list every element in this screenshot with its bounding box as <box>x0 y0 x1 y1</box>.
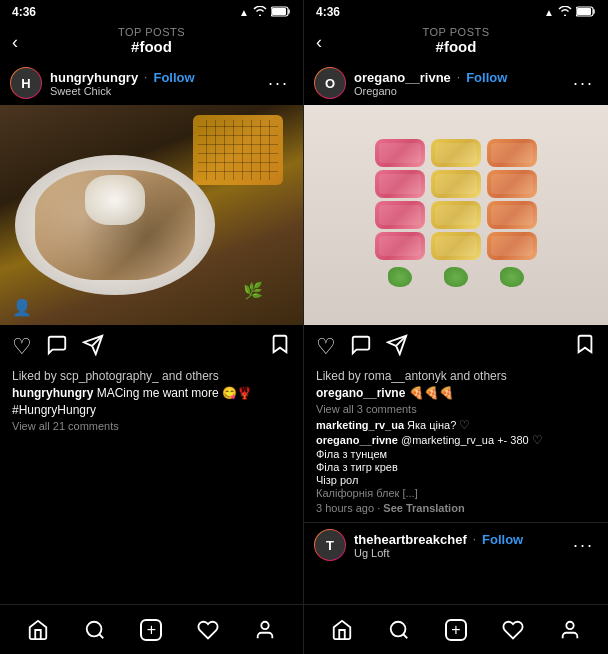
more-button-2[interactable]: ··· <box>569 73 598 94</box>
caption-area-2: Liked by roma__antonyk and others oregan… <box>304 369 608 520</box>
sushi-piece-7 <box>431 201 481 229</box>
dot-1: · <box>144 70 147 84</box>
post-location-second: Ug Loft <box>354 547 561 559</box>
plate-decoration <box>15 155 215 295</box>
sushi-piece-5 <box>431 139 481 167</box>
add-icon-1[interactable] <box>133 612 169 648</box>
avatar-2[interactable]: O <box>314 67 346 99</box>
status-time-2: 4:36 <box>316 5 340 19</box>
wifi-icon-1 <box>253 6 267 18</box>
comment-more-2: Каліфорнія блек [...] <box>316 487 596 499</box>
profile-icon-2[interactable] <box>552 612 588 648</box>
liked-by-text-1: Liked by scp_photography_ and others <box>12 369 219 383</box>
sushi-piece-8 <box>431 232 481 260</box>
back-button-1[interactable]: ‹ <box>12 31 18 52</box>
more-button-1[interactable]: ··· <box>264 73 293 94</box>
like-icon-1[interactable]: ♡ <box>12 336 32 358</box>
comment-1: marketing_rv_ua Яка ціна? ♡ <box>316 418 596 432</box>
post-username-1[interactable]: hungryhungry <box>50 70 138 85</box>
bottom-nav-1 <box>0 604 303 654</box>
second-post-header: T theheartbreakchef · Follow Ug Loft ··· <box>304 522 608 567</box>
status-icons-1: ▲ <box>239 6 291 19</box>
top-posts-label-1: TOP POSTS <box>118 26 185 38</box>
time-text-2: 3 hours ago <box>316 502 374 514</box>
dot-second: · <box>473 532 476 546</box>
garnish-decoration: 🌿 <box>243 281 263 300</box>
signal-icon-2: ▲ <box>544 7 554 18</box>
signal-icon-1: ▲ <box>239 7 249 18</box>
status-time-1: 4:36 <box>12 5 36 19</box>
svg-point-6 <box>261 621 268 628</box>
sushi-row-3 <box>487 139 537 291</box>
svg-line-5 <box>99 634 103 638</box>
comment-text-1: Яка ціна? <box>407 419 456 431</box>
back-button-2[interactable]: ‹ <box>316 31 322 52</box>
heart-nav-icon-2[interactable] <box>495 612 531 648</box>
caption-1: hungryhungry MACing me want more 😋🦞 <box>12 386 291 400</box>
follow-button-1[interactable]: Follow <box>153 70 194 85</box>
top-bar-2: ‹ TOP POSTS #food <box>304 22 608 61</box>
liked-by-1: Liked by scp_photography_ and others <box>12 369 291 383</box>
sushi-row-1 <box>375 139 425 291</box>
search-icon-2[interactable] <box>381 612 417 648</box>
caption-2: oregano__rivne 🍕🍕🍕 <box>316 386 596 400</box>
follow-button-2[interactable]: Follow <box>466 70 507 85</box>
time-translate-2: 3 hours ago · See Translation <box>316 502 596 514</box>
sushi-piece-11 <box>487 201 537 229</box>
comment-4: Філа з тигр крев <box>316 461 596 473</box>
post-header-2: O oregano__rivne · Follow Oregano ··· <box>304 61 608 105</box>
caption-username-2[interactable]: oregano__rivne <box>316 386 405 400</box>
waffle-decoration <box>193 115 283 185</box>
post-username-2[interactable]: oregano__rivne <box>354 70 451 85</box>
bottom-nav-2 <box>304 604 608 654</box>
wasabi-1 <box>388 267 412 287</box>
svg-point-4 <box>87 621 102 636</box>
caption-hashtag-1: #HungryHungry <box>12 403 96 417</box>
bookmark-icon-1[interactable] <box>269 333 291 361</box>
more-button-second[interactable]: ··· <box>569 535 598 556</box>
home-icon-2[interactable] <box>324 612 360 648</box>
follow-button-second[interactable]: Follow <box>482 532 523 547</box>
post-username-second[interactable]: theheartbreakchef <box>354 532 467 547</box>
bookmark-icon-2[interactable] <box>574 333 596 361</box>
user-info-second: theheartbreakchef · Follow Ug Loft <box>354 532 561 559</box>
action-bar-1: ♡ <box>0 325 303 369</box>
post-location-1: Sweet Chick <box>50 85 256 97</box>
search-icon-1[interactable] <box>77 612 113 648</box>
home-icon-1[interactable] <box>20 612 56 648</box>
status-bar-1: 4:36 ▲ <box>0 0 303 22</box>
caption-username-1[interactable]: hungryhungry <box>12 386 93 400</box>
add-icon-2[interactable] <box>438 612 474 648</box>
like-icon-2[interactable]: ♡ <box>316 336 336 358</box>
share-icon-2[interactable] <box>386 334 408 360</box>
post-image-1: 🌿 👤 <box>0 105 303 325</box>
comment-icon-1[interactable] <box>46 334 68 360</box>
post-image-2 <box>304 105 608 325</box>
username-row-second: theheartbreakchef · Follow <box>354 532 561 547</box>
caption-area-1: Liked by scp_photography_ and others hun… <box>0 369 303 441</box>
view-comments-2[interactable]: View all 3 comments <box>316 403 596 415</box>
avatar-image-1: H <box>11 68 41 98</box>
heart-nav-icon-1[interactable] <box>190 612 226 648</box>
top-bar-1: ‹ TOP POSTS #food <box>0 22 303 61</box>
location-overlay-1: 👤 <box>12 298 32 317</box>
svg-point-13 <box>566 621 573 628</box>
comment-heart-1[interactable]: ♡ <box>459 418 470 432</box>
caption-content-1: MACing me want more 😋🦞 <box>97 386 252 400</box>
dumplings-decoration <box>35 170 195 280</box>
comment-heart-2[interactable]: ♡ <box>532 433 543 447</box>
wifi-icon-2 <box>558 6 572 18</box>
wasabi-2 <box>444 267 468 287</box>
profile-icon-1[interactable] <box>247 612 283 648</box>
avatar-second[interactable]: T <box>314 529 346 561</box>
share-icon-1[interactable] <box>82 334 104 360</box>
user-info-1: hungryhungry · Follow Sweet Chick <box>50 70 256 97</box>
avatar-1[interactable]: H <box>10 67 42 99</box>
view-comments-1[interactable]: View all 21 comments <box>12 420 291 432</box>
user-info-2: oregano__rivne · Follow Oregano <box>354 70 561 97</box>
dot-2: · <box>457 70 460 84</box>
see-translation-btn[interactable]: See Translation <box>383 502 464 514</box>
sushi-visual <box>365 105 547 325</box>
comment-icon-2[interactable] <box>350 334 372 360</box>
battery-icon-2 <box>576 6 596 19</box>
